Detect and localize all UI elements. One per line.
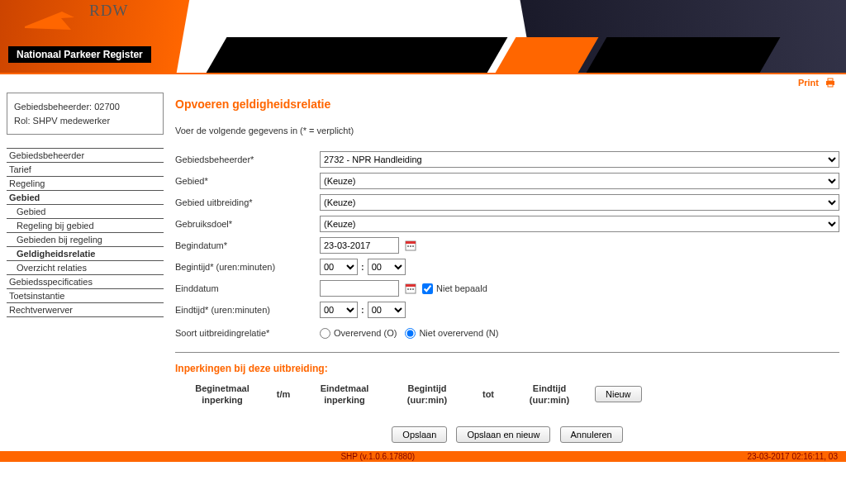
svg-rect-4: [406, 241, 416, 244]
user-info-box: Gebiedsbeheerder: 02700 Rol: SHPV medewe…: [7, 93, 164, 135]
nav-item[interactable]: Gebied: [7, 191, 164, 205]
instruction-text: Voer de volgende gegevens in (* = verpli…: [175, 126, 839, 136]
label-gebruiksdoel: Gebruiksdoel*: [175, 219, 320, 229]
action-buttons: Opslaan Opslaan en nieuw Annuleren: [175, 426, 839, 443]
inperkingen-columns: Beginetmaal inperking t/m Eindetmaal inp…: [175, 383, 839, 407]
radio-overervend-wrap[interactable]: Overervend (O): [320, 328, 397, 339]
col-eindetmaal: Eindetmaal inperking: [307, 383, 382, 407]
nav-item[interactable]: Gebiedsbeheerder: [7, 149, 164, 163]
radio-niet-overervend[interactable]: [405, 328, 416, 339]
nav-item[interactable]: Toetsinstantie: [7, 289, 164, 303]
svg-rect-1: [828, 78, 833, 81]
label-begintijd: Begintijd* (uren:minuten): [175, 262, 320, 272]
radio-niet-overervend-wrap[interactable]: Niet overervend (N): [405, 328, 498, 339]
header-decoration: [583, 37, 781, 74]
select-begintijd-hh[interactable]: 00: [320, 259, 358, 275]
svg-rect-9: [406, 284, 416, 287]
info-rol: Rol: SHPV medewerker: [14, 114, 156, 128]
time-colon: :: [361, 262, 364, 272]
svg-rect-10: [407, 288, 409, 290]
nav-item[interactable]: Gebieden bij regeling: [7, 233, 164, 247]
nieuw-button[interactable]: Nieuw: [595, 386, 642, 402]
nav-menu: GebiedsbeheerderTariefRegelingGebiedGebi…: [7, 148, 164, 317]
select-eindtijd-hh[interactable]: 00: [320, 302, 358, 318]
svg-rect-5: [407, 245, 409, 247]
label-einddatum: Einddatum: [175, 283, 320, 293]
select-gebiedsbeheerder[interactable]: 2732 - NPR Handleiding: [320, 151, 839, 168]
opslaan-en-nieuw-button[interactable]: Opslaan en nieuw: [456, 426, 550, 443]
nav-item[interactable]: Overzicht relaties: [7, 261, 164, 275]
checkbox-niet-bepaald[interactable]: [422, 283, 433, 294]
label-begindatum: Begindatum*: [175, 240, 320, 250]
nav-item[interactable]: Regeling bij gebied: [7, 219, 164, 233]
label-gebied: Gebied*: [175, 176, 320, 186]
label-gebied-uitbreiding: Gebied uitbreiding*: [175, 197, 320, 207]
select-eindtijd-mm[interactable]: 00: [368, 302, 406, 318]
sidebar: Gebiedsbeheerder: 02700 Rol: SHPV medewe…: [7, 93, 164, 446]
header: RDW Nationaal Parkeer Register: [0, 0, 846, 74]
header-subtitle: Nationaal Parkeer Register: [8, 46, 151, 63]
nav-item[interactable]: Tarief: [7, 163, 164, 177]
checkbox-niet-bepaald-wrap[interactable]: Niet bepaald: [422, 283, 487, 294]
main-panel: Opvoeren geldigheidsrelatie Voer de volg…: [175, 93, 839, 446]
footer-version: SHP (v.1.0.6.17880): [8, 452, 747, 461]
opslaan-button[interactable]: Opslaan: [392, 426, 447, 443]
footer: SHP (v.1.0.6.17880) 23-03-2017 02:16:11,…: [0, 451, 846, 462]
select-gebied[interactable]: (Keuze): [320, 173, 839, 189]
col-eindtijd: Eindtijd (uur:min): [512, 383, 587, 407]
col-tot: tot: [473, 389, 504, 399]
input-begindatum[interactable]: [320, 237, 399, 254]
footer-timestamp: 23-03-2017 02:16:11, 03: [747, 452, 838, 461]
svg-rect-7: [412, 245, 414, 247]
calendar-icon[interactable]: [404, 239, 417, 252]
print-bar: Print: [0, 74, 846, 93]
col-begintijd: Begintijd (uur:min): [390, 383, 464, 407]
label-eindtijd: Eindtijd* (uren:minuten): [175, 305, 320, 315]
label-niet-bepaald: Niet bepaald: [436, 283, 487, 293]
select-gebruiksdoel[interactable]: (Keuze): [320, 216, 839, 232]
time-colon: :: [361, 305, 364, 315]
label-gebiedsbeheerder: Gebiedsbeheerder*: [175, 155, 320, 164]
col-beginetmaal: Beginetmaal inperking: [185, 383, 259, 407]
brand-text: RDW: [89, 2, 128, 20]
nav-item[interactable]: Gebied: [7, 205, 164, 219]
nav-item[interactable]: Geldigheidsrelatie: [7, 247, 164, 261]
select-begintijd-mm[interactable]: 00: [368, 259, 406, 275]
label-soort: Soort uitbreidingrelatie*: [175, 328, 320, 338]
svg-rect-12: [412, 288, 414, 290]
svg-rect-11: [410, 288, 411, 290]
radio-niet-overervend-label: Niet overervend (N): [419, 328, 498, 338]
select-gebied-uitbreiding[interactable]: (Keuze): [320, 194, 839, 211]
logo-arrow-icon: [25, 12, 74, 30]
annuleren-button[interactable]: Annuleren: [560, 426, 623, 443]
nav-item[interactable]: Regeling: [7, 177, 164, 191]
printer-icon[interactable]: [825, 78, 836, 89]
info-gebiedsbeheerder: Gebiedsbeheerder: 02700: [14, 100, 156, 114]
svg-rect-6: [410, 245, 411, 247]
inperkingen-header: Inperkingen bij deze uitbreiding:: [175, 363, 839, 374]
header-decoration: [203, 37, 508, 74]
svg-rect-2: [828, 84, 833, 87]
nav-item[interactable]: Gebiedsspecificaties: [7, 275, 164, 289]
input-einddatum[interactable]: [320, 280, 399, 297]
page-title: Opvoeren geldigheidsrelatie: [175, 97, 839, 111]
print-link[interactable]: Print: [798, 78, 819, 88]
separator: [175, 352, 839, 353]
calendar-icon[interactable]: [404, 282, 417, 295]
nav-item[interactable]: Rechtverwerver: [7, 303, 164, 317]
radio-overervend-label: Overervend (O): [334, 328, 397, 338]
radio-overervend[interactable]: [320, 328, 330, 339]
col-tm: t/m: [268, 389, 299, 399]
